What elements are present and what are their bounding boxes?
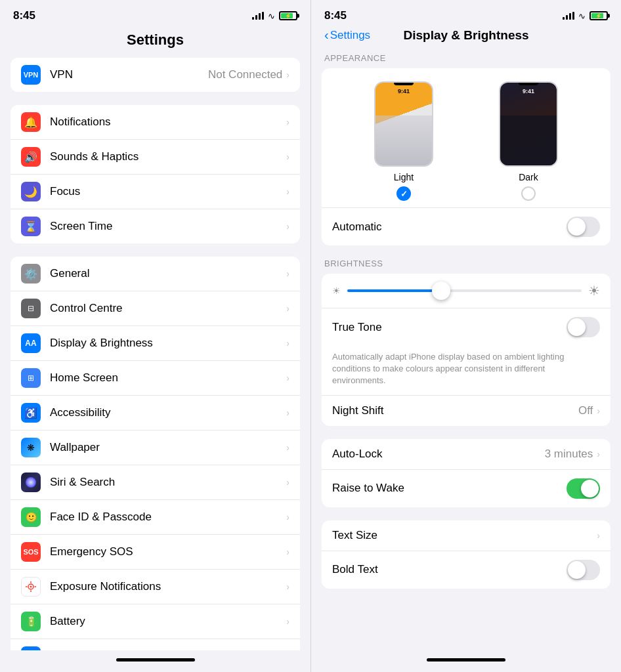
status-icons-left: ∿ ⚡ — [252, 11, 297, 21]
sidebar-item-exposure[interactable]: Exposure Notifications › — [11, 570, 300, 604]
check-icon: ✓ — [400, 189, 408, 199]
auto-lock-chevron: › — [597, 449, 600, 459]
home-indicator-left — [0, 650, 310, 672]
automatic-row: Automatic — [322, 207, 610, 245]
screentime-label: Screen Time — [50, 220, 286, 233]
home-label: Home Screen — [50, 371, 286, 385]
lock-card: Auto-Lock 3 minutes › Raise to Wake — [322, 439, 610, 507]
right-panel: 8:45 ∿ ⚡ ‹ Settings Display & Brightness — [310, 0, 621, 672]
sidebar-item-vpn[interactable]: VPN VPN Not Connected › — [11, 58, 300, 92]
accessibility-chevron: › — [286, 408, 289, 418]
display-chevron: › — [286, 338, 289, 348]
siri-label: Siri & Search — [50, 476, 286, 489]
true-tone-toggle[interactable] — [567, 317, 600, 337]
brightness-slider[interactable] — [347, 289, 582, 292]
brightness-thumb[interactable] — [432, 282, 450, 300]
sos-icon: SOS — [21, 542, 41, 562]
privacy-label: Privacy — [50, 650, 286, 650]
nav-bar: ‹ Settings Display & Brightness — [311, 28, 621, 51]
sidebar-item-sos[interactable]: SOS Emergency SOS › — [11, 535, 300, 570]
home-indicator-right — [311, 650, 621, 672]
sidebar-item-display[interactable]: AA Display & Brightness › — [11, 326, 300, 361]
display-settings-content: APPEARANCE 9:41 Light ✓ — [311, 51, 621, 650]
night-shift-label: Night Shift — [332, 404, 383, 417]
wifi-icon: ∿ — [268, 11, 275, 21]
sidebar-item-battery[interactable]: 🔋 Battery › — [11, 604, 300, 639]
sidebar-item-faceid[interactable]: 🙂 Face ID & Passcode › — [11, 500, 300, 535]
sos-chevron: › — [286, 547, 289, 557]
night-shift-row[interactable]: Night Shift Off › — [322, 395, 610, 426]
raise-to-wake-knob — [581, 480, 599, 497]
brightness-slider-section: ☀ ☀ — [322, 274, 610, 308]
vpn-chevron: › — [286, 70, 289, 80]
light-preview: 9:41 — [374, 81, 433, 167]
back-label: Settings — [330, 29, 370, 42]
light-mode-option[interactable]: 9:41 Light ✓ — [374, 81, 433, 201]
sidebar-item-focus[interactable]: 🌙 Focus › — [11, 175, 300, 209]
faceid-icon: 🙂 — [21, 507, 41, 527]
dark-preview: 9:41 — [499, 81, 558, 167]
sidebar-item-siri[interactable]: Siri & Search › — [11, 465, 300, 500]
siri-icon — [21, 472, 41, 492]
raise-to-wake-toggle[interactable] — [567, 478, 600, 499]
appearance-card: 9:41 Light ✓ 9:41 Dark — [322, 68, 610, 245]
svg-point-1 — [30, 586, 32, 588]
wallpaper-icon: ❋ — [21, 438, 41, 457]
exposure-chevron: › — [286, 581, 289, 592]
notch — [394, 83, 414, 85]
sidebar-item-sounds[interactable]: 🔊 Sounds & Haptics › — [11, 140, 300, 175]
bold-text-row: Bold Text — [322, 551, 610, 589]
appearance-header: APPEARANCE — [322, 53, 610, 68]
sidebar-item-general[interactable]: ⚙️ General › — [11, 257, 300, 291]
text-size-right: › — [597, 530, 600, 541]
status-bar-left: 8:45 ∿ ⚡ — [0, 0, 310, 28]
battery-icon-right: ⚡ — [589, 11, 608, 20]
back-button[interactable]: ‹ Settings — [324, 28, 370, 43]
dark-mode-option[interactable]: 9:41 Dark — [499, 81, 558, 201]
light-radio[interactable]: ✓ — [396, 186, 411, 201]
home-icon: ⊞ — [21, 368, 41, 388]
sidebar-item-privacy[interactable]: ✋ Privacy › — [11, 639, 300, 650]
general-label: General — [50, 267, 286, 280]
automatic-label: Automatic — [332, 220, 382, 234]
settings-list: VPN VPN Not Connected › 🔔 Notifications … — [0, 58, 310, 650]
vpn-value: Not Connected — [208, 68, 282, 81]
sidebar-item-accessibility[interactable]: ♿ Accessibility › — [11, 396, 300, 430]
raise-to-wake-row: Raise to Wake — [322, 469, 610, 507]
bold-text-label: Bold Text — [332, 563, 378, 576]
sidebar-item-screentime[interactable]: ⌛ Screen Time › — [11, 209, 300, 243]
faceid-label: Face ID & Passcode — [50, 511, 286, 524]
siri-chevron: › — [286, 477, 289, 488]
battery-item-icon: 🔋 — [21, 612, 41, 631]
auto-lock-row[interactable]: Auto-Lock 3 minutes › — [322, 439, 610, 469]
battery-label: Battery — [50, 615, 286, 628]
text-size-row[interactable]: Text Size › — [322, 520, 610, 551]
sidebar-item-control[interactable]: ⊟ Control Centre › — [11, 291, 300, 326]
night-shift-right: Off › — [578, 404, 600, 417]
sidebar-item-notifications[interactable]: 🔔 Notifications › — [11, 105, 300, 140]
bold-text-toggle[interactable] — [567, 560, 600, 580]
signal-icon — [252, 12, 264, 20]
brightness-row: ☀ ☀ — [332, 283, 600, 299]
text-card: Text Size › Bold Text — [322, 520, 610, 589]
accessibility-icon: ♿ — [21, 403, 41, 423]
focus-label: Focus — [50, 185, 286, 198]
dark-radio[interactable] — [521, 186, 536, 201]
display-label: Display & Brightness — [50, 337, 286, 350]
wifi-icon-right: ∿ — [578, 11, 586, 21]
time-right: 8:45 — [324, 9, 347, 22]
sos-label: Emergency SOS — [50, 545, 286, 558]
raise-to-wake-label: Raise to Wake — [332, 482, 404, 495]
control-label: Control Centre — [50, 302, 286, 315]
brightness-fill — [347, 289, 441, 292]
sidebar-item-wallpaper[interactable]: ❋ Wallpaper › — [11, 430, 300, 465]
auto-lock-label: Auto-Lock — [332, 448, 383, 461]
sidebar-item-home[interactable]: ⊞ Home Screen › — [11, 361, 300, 396]
display-icon: AA — [21, 333, 41, 353]
automatic-toggle[interactable] — [567, 217, 600, 237]
night-shift-value: Off — [578, 404, 593, 417]
brightness-low-icon: ☀ — [332, 285, 341, 296]
auto-lock-value: 3 minutes — [545, 448, 593, 461]
brightness-header: BRIGHTNESS — [322, 259, 610, 274]
text-size-label: Text Size — [332, 529, 377, 542]
